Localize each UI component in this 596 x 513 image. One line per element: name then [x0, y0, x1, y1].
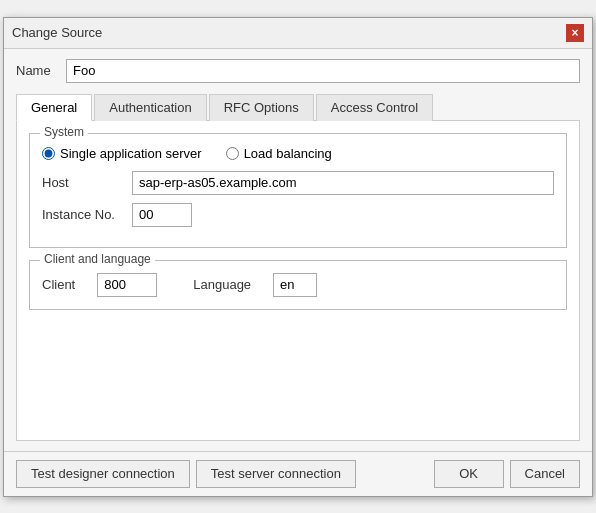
radio-row: Single application server Load balancing [42, 142, 554, 161]
cancel-button[interactable]: Cancel [510, 460, 580, 488]
client-lang-section: Client and language Client Language [29, 260, 567, 310]
host-label: Host [42, 175, 132, 190]
radio-single-app-server[interactable]: Single application server [42, 146, 202, 161]
name-input[interactable] [66, 59, 580, 83]
tab-authentication[interactable]: Authentication [94, 94, 206, 121]
tab-content-general: System Single application server Load ba… [16, 121, 580, 441]
client-label: Client [42, 277, 75, 292]
client-lang-row: Client Language [42, 269, 554, 297]
tab-general[interactable]: General [16, 94, 92, 121]
close-button[interactable]: × [566, 24, 584, 42]
radio-load-label: Load balancing [244, 146, 332, 161]
instance-no-row: Instance No. [42, 203, 554, 227]
instance-no-input[interactable] [132, 203, 192, 227]
radio-load-balancing[interactable]: Load balancing [226, 146, 332, 161]
language-input[interactable] [273, 273, 317, 297]
instance-no-label: Instance No. [42, 207, 132, 222]
system-section: System Single application server Load ba… [29, 133, 567, 248]
tab-bar: General Authentication RFC Options Acces… [16, 93, 580, 121]
name-label: Name [16, 63, 66, 78]
radio-single-input[interactable] [42, 147, 55, 160]
test-server-connection-button[interactable]: Test server connection [196, 460, 356, 488]
host-row: Host [42, 171, 554, 195]
host-input[interactable] [132, 171, 554, 195]
dialog-footer: Test designer connection Test server con… [4, 451, 592, 496]
footer-right-buttons: OK Cancel [434, 460, 580, 488]
client-input[interactable] [97, 273, 157, 297]
system-legend: System [40, 125, 88, 139]
title-bar: Change Source × [4, 18, 592, 49]
footer-left-buttons: Test designer connection Test server con… [16, 460, 356, 488]
change-source-dialog: Change Source × Name General Authenticat… [3, 17, 593, 497]
client-lang-legend: Client and language [40, 252, 155, 266]
name-row: Name [16, 59, 580, 83]
test-designer-connection-button[interactable]: Test designer connection [16, 460, 190, 488]
radio-load-input[interactable] [226, 147, 239, 160]
ok-button[interactable]: OK [434, 460, 504, 488]
radio-single-label: Single application server [60, 146, 202, 161]
dialog-title: Change Source [12, 25, 102, 40]
dialog-content: Name General Authentication RFC Options … [4, 49, 592, 451]
language-label: Language [193, 277, 251, 292]
tab-rfc-options[interactable]: RFC Options [209, 94, 314, 121]
tab-access-control[interactable]: Access Control [316, 94, 433, 121]
